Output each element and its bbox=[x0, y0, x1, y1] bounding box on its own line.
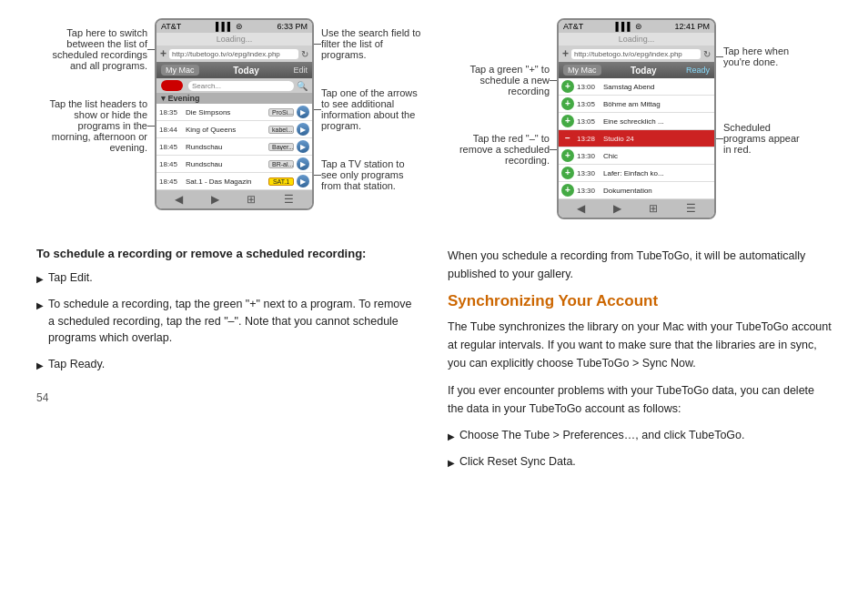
left-phone-nav-left[interactable]: My Mac bbox=[161, 65, 199, 76]
sync-section-title: Synchronizing Your Account bbox=[448, 292, 832, 310]
page-number: 54 bbox=[36, 391, 420, 404]
bullet-arrow-icon: ▶ bbox=[36, 356, 44, 373]
table-row: 18:45 Rundschau Bayer... ▶ bbox=[156, 138, 312, 156]
right-phone-container: AT&T ▌▌▌ ⊜ 12:41 PM Loading... + http://… bbox=[557, 18, 716, 219]
right-phone-refresh[interactable]: ↻ bbox=[703, 49, 711, 59]
row-arrow-btn[interactable]: ▶ bbox=[297, 140, 309, 153]
sync-bullet-1: ▶ Choose The Tube > Preferences…, and cl… bbox=[448, 427, 832, 444]
annotation-tap-red: Tap the red "–" to remove a scheduled re… bbox=[439, 133, 550, 166]
annotation-tap-done: Tap here when you're done. bbox=[723, 46, 807, 67]
right-phone-right-annotations: Tap here when you're done. Scheduled pro… bbox=[716, 18, 807, 219]
left-phone-nav-title: Today bbox=[233, 66, 259, 76]
left-phone-right-annotations: Use the search field to filter the list … bbox=[314, 18, 423, 219]
row-arrow-btn[interactable]: ▶ bbox=[297, 106, 309, 118]
right-time: 12:41 PM bbox=[674, 22, 710, 31]
sync-paragraph-2: If you ever encounter problems with your… bbox=[448, 381, 832, 418]
annotation-scheduled-red: Scheduled programs appear in red. bbox=[723, 122, 807, 155]
plus-circle-btn[interactable]: + bbox=[561, 97, 574, 110]
table-row: + 13:30 Dokumentation bbox=[559, 182, 714, 199]
back-btn[interactable]: ◀ bbox=[577, 202, 585, 215]
left-phone-plus-btn[interactable]: + bbox=[160, 47, 167, 60]
sync-paragraph-1: The Tube synchronizes the library on you… bbox=[448, 318, 832, 372]
bullet-arrow-icon: ▶ bbox=[36, 296, 44, 347]
annotation-tap-green: Tap a green "+" to schedule a new record… bbox=[439, 64, 550, 96]
back-btn[interactable]: ◀ bbox=[175, 193, 183, 206]
left-phone-bottom-bar: ◀ ▶ ⊞ ☰ bbox=[156, 190, 312, 208]
plus-circle-btn[interactable]: + bbox=[561, 167, 574, 179]
page: Tap here to switch between the list of s… bbox=[0, 0, 868, 498]
bullet-arrow-icon: ▶ bbox=[36, 269, 44, 287]
right-phone-plus-btn[interactable]: + bbox=[562, 47, 569, 60]
row-arrow-btn[interactable]: ▶ bbox=[297, 123, 309, 136]
right-phone-status-bar: AT&T ▌▌▌ ⊜ 12:41 PM bbox=[559, 20, 714, 33]
annotation-arrows: Tap one of the arrows to see additional … bbox=[321, 87, 423, 131]
forward-btn[interactable]: ▶ bbox=[613, 202, 621, 215]
table-row: + 13:05 Böhme am Mittag bbox=[559, 96, 714, 113]
forward-btn[interactable]: ▶ bbox=[211, 193, 219, 206]
table-row: + 13:05 Eine schrecklich ... bbox=[559, 113, 714, 130]
red-indicator bbox=[161, 80, 183, 91]
left-phone: AT&T ▌▌▌ ⊜ 6:33 PM Loading... + http://t… bbox=[155, 18, 314, 210]
left-annotations-left: Tap here to switch between the list of s… bbox=[36, 18, 155, 219]
right-phone-nav-bar: My Mac Today Ready bbox=[559, 62, 714, 78]
left-phone-area: Tap here to switch between the list of s… bbox=[36, 18, 429, 219]
table-row: + 13:30 Lafer: Einfach ko... bbox=[559, 165, 714, 182]
top-section: Tap here to switch between the list of s… bbox=[36, 18, 832, 219]
plus-circle-btn[interactable]: + bbox=[561, 115, 574, 127]
left-phone-nav-edit[interactable]: Edit bbox=[293, 66, 308, 75]
bullet-arrow-icon: ▶ bbox=[448, 453, 455, 471]
table-row: + 13:30 Chic bbox=[559, 147, 714, 165]
table-row-scheduled: − 13:28 Studio 24 bbox=[559, 130, 714, 147]
grid-btn[interactable]: ⊞ bbox=[649, 202, 658, 215]
bullet-arrow-icon: ▶ bbox=[448, 427, 455, 444]
right-phone-url: http://tubetogo.tv/o/epg/index.php bbox=[571, 49, 701, 59]
menu-btn[interactable]: ☰ bbox=[686, 202, 696, 215]
left-phone-section-label: ▾ Evening bbox=[156, 93, 312, 104]
left-phone-url: http://tubetogo.tv/o/epg/index.php bbox=[169, 49, 298, 59]
right-phone-loading: Loading... bbox=[559, 33, 714, 46]
plus-circle-btn[interactable]: + bbox=[561, 80, 574, 93]
left-carrier: AT&T bbox=[161, 22, 181, 31]
instruction-bullet-3: ▶ Tap Ready. bbox=[36, 356, 420, 373]
annotation-switch: Tap here to switch between the list of s… bbox=[36, 27, 147, 71]
right-phone-nav-title: Today bbox=[631, 66, 657, 76]
plus-circle-btn[interactable]: + bbox=[561, 149, 574, 162]
left-phone-container: AT&T ▌▌▌ ⊜ 6:33 PM Loading... + http://t… bbox=[155, 18, 314, 219]
sync-intro-paragraph: When you schedule a recording from TubeT… bbox=[448, 247, 832, 283]
right-phone-nav-ready[interactable]: Ready bbox=[686, 66, 710, 75]
left-phone-search: 🔍 bbox=[188, 81, 308, 91]
left-time: 6:33 PM bbox=[277, 22, 308, 31]
menu-btn[interactable]: ☰ bbox=[284, 193, 294, 206]
sync-bullet-2: ▶ Click Reset Sync Data. bbox=[448, 453, 832, 471]
search-input[interactable] bbox=[188, 81, 294, 91]
right-phone: AT&T ▌▌▌ ⊜ 12:41 PM Loading... + http://… bbox=[557, 18, 716, 219]
right-phone-nav-left[interactable]: My Mac bbox=[563, 65, 601, 76]
right-phone-area: Tap a green "+" to schedule a new record… bbox=[439, 18, 832, 219]
instructions-title: To schedule a recording or remove a sche… bbox=[36, 247, 420, 260]
table-row: + 13:00 Samstag Abend bbox=[559, 78, 714, 96]
left-phone-refresh[interactable]: ↻ bbox=[301, 49, 308, 59]
table-row: 18:44 King of Queens kabel... ▶ bbox=[156, 121, 312, 138]
left-phone-status-bar: AT&T ▌▌▌ ⊜ 6:33 PM bbox=[156, 20, 312, 33]
right-phone-bottom-bar: ◀ ▶ ⊞ ☰ bbox=[559, 199, 714, 218]
left-phone-url-bar: + http://tubetogo.tv/o/epg/index.php ↻ bbox=[156, 46, 312, 62]
annotation-headers: Tap the list headers to show or hide the… bbox=[36, 98, 147, 153]
right-phone-url-bar: + http://tubetogo.tv/o/epg/index.php ↻ bbox=[559, 46, 714, 62]
table-row: 18:45 Sat.1 - Das Magazin SAT.1 ▶ bbox=[156, 173, 312, 190]
minus-circle-btn[interactable]: − bbox=[561, 132, 574, 145]
left-phone-loading: Loading... bbox=[156, 33, 312, 46]
plus-circle-btn[interactable]: + bbox=[561, 184, 574, 197]
row-arrow-btn[interactable]: ▶ bbox=[297, 157, 309, 170]
left-phone-nav-bar: My Mac Today Edit bbox=[156, 62, 312, 78]
right-phone-left-annotations: Tap a green "+" to schedule a new record… bbox=[439, 18, 557, 219]
annotation-station: Tap a TV station to see only programs fr… bbox=[321, 158, 423, 191]
search-icon: 🔍 bbox=[297, 81, 308, 91]
bottom-section: To schedule a recording or remove a sche… bbox=[36, 247, 832, 480]
right-carrier: AT&T bbox=[563, 22, 583, 31]
table-row: 18:35 Die Simpsons ProSi... ▶ bbox=[156, 104, 312, 121]
left-signal: ▌▌▌ ⊜ bbox=[216, 22, 243, 31]
grid-btn[interactable]: ⊞ bbox=[247, 193, 256, 206]
row-arrow-btn[interactable]: ▶ bbox=[297, 175, 309, 187]
bottom-left: To schedule a recording or remove a sche… bbox=[36, 247, 420, 480]
left-phone-indicator-row: 🔍 bbox=[156, 78, 312, 93]
